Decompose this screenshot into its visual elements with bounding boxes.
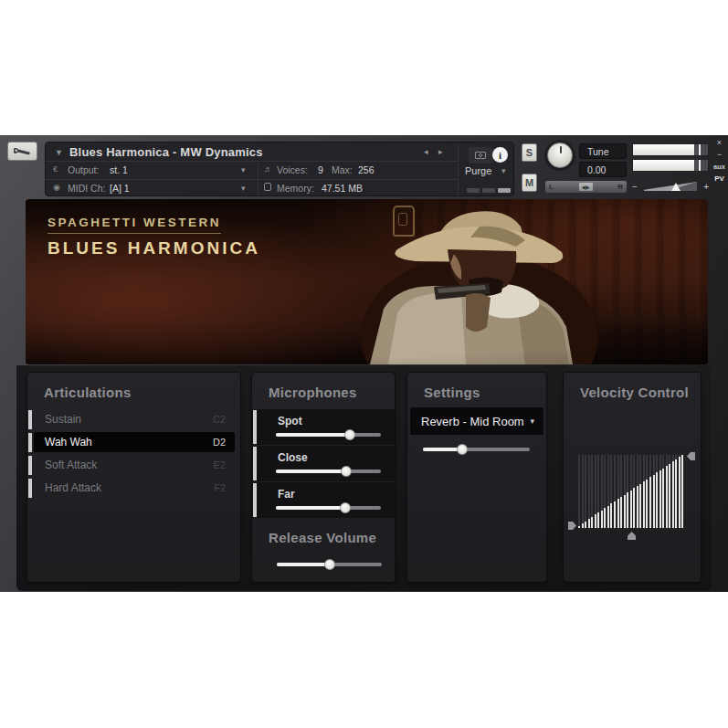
divider [258, 163, 258, 195]
tune-value-box[interactable]: 0.00 [579, 162, 627, 177]
velocity-bar [643, 481, 645, 528]
pan-center-marker[interactable]: ◂|▸ [579, 183, 593, 191]
purge-caret-icon[interactable]: ▾ [501, 166, 506, 175]
slider-knob[interactable] [340, 502, 351, 513]
info-button[interactable]: i [492, 147, 508, 163]
meter-left [632, 143, 709, 156]
release-volume-slider[interactable] [277, 558, 382, 570]
reverb-dropdown-value: Reverb - Mid Room [421, 415, 524, 428]
mic-label: Spot [278, 415, 302, 427]
articulation-label: Hard Attack [45, 481, 101, 494]
mic-indicator-bar [253, 447, 257, 480]
instrument-menu-caret-icon[interactable]: ▼ [55, 148, 63, 157]
max-voices-label: Max: [332, 164, 353, 175]
midi-row: ◉ MIDI Ch: [A] 1 ▾ Memory: 47.51 MB [46, 179, 513, 197]
slider-knob[interactable] [457, 444, 468, 455]
velocity-curve-graph[interactable] [578, 455, 685, 528]
info-icon: i [499, 150, 501, 161]
purge-button[interactable]: Purge [465, 165, 491, 176]
velocity-grid-line [582, 455, 584, 528]
snapshot-camera-button[interactable] [469, 147, 492, 164]
performance-view-button[interactable]: PV [711, 173, 728, 185]
velocity-bar [578, 526, 580, 528]
velocity-bar [637, 486, 638, 528]
settings-title: Settings [424, 385, 480, 400]
purge-led [467, 188, 480, 193]
velocity-bar [681, 455, 683, 528]
camera-icon [475, 152, 486, 159]
far-mic-slider[interactable] [276, 501, 381, 513]
velocity-bar [646, 480, 648, 528]
close-mic-slider[interactable] [276, 465, 381, 477]
articulation-keyswitch: D2 [213, 437, 226, 448]
velocity-bar [597, 512, 599, 528]
velocity-handle-bottom[interactable] [628, 532, 636, 540]
velocity-handle-left[interactable] [568, 522, 576, 530]
velocity-grid-line [578, 455, 580, 528]
articulation-label: Soft Attack [45, 459, 97, 471]
velocity-bar [662, 469, 664, 528]
articulation-row-sustain[interactable]: SustainC2 [27, 409, 240, 430]
keyswitch-indicator-bar [28, 410, 32, 429]
title-row: ▼ Blues Harmonica - MW Dynamics ◂ ▸ [46, 142, 513, 161]
keyswitch-indicator-bar [28, 456, 32, 475]
velocity-handle-right[interactable] [687, 452, 695, 460]
voices-icon: ♬ [264, 164, 272, 174]
aux-button[interactable]: aux [711, 161, 728, 173]
slider-knob[interactable] [341, 466, 352, 477]
pan-slider[interactable]: L ◂|▸ R [545, 181, 627, 193]
output-label: Output: [68, 164, 99, 175]
memory-label: Memory: [277, 183, 314, 194]
instrument-artwork: SPAGHETTI WESTERN BLUES HARMONICA [26, 199, 708, 364]
series-title: SPAGHETTI WESTERN [47, 216, 221, 234]
articulation-row-wah-wah[interactable]: Wah WahD2 [27, 432, 240, 453]
velocity-bar [672, 461, 674, 528]
knob-pointer [560, 146, 562, 153]
velocity-bar [610, 503, 612, 528]
pan-left-label: L [549, 183, 554, 191]
kontakt-window: ▼ Blues Harmonica - MW Dynamics ◂ ▸ € Ou… [0, 0, 728, 728]
keyswitch-indicator-bar [28, 433, 32, 452]
velocity-bar [585, 522, 586, 528]
tune-label: Tune [587, 146, 609, 157]
velocity-bar [624, 495, 626, 528]
mute-button[interactable]: M [522, 174, 537, 192]
output-icon: € [53, 164, 58, 174]
tune-value: 0.00 [587, 164, 606, 175]
next-instrument-icon[interactable]: ▸ [438, 147, 443, 156]
solo-button[interactable]: S [522, 143, 537, 162]
mic-channel-close: Close [252, 446, 395, 481]
close-button[interactable]: × [711, 137, 728, 149]
output-dropdown-caret-icon[interactable]: ▾ [241, 165, 246, 174]
mic-channel-far: Far [252, 482, 395, 518]
tune-knob[interactable] [547, 142, 573, 168]
instrument-rack: ▼ Blues Harmonica - MW Dynamics ◂ ▸ € Ou… [0, 135, 728, 592]
purge-led [482, 188, 495, 193]
reverb-amount-slider[interactable] [423, 443, 530, 455]
midi-dropdown-caret-icon[interactable]: ▾ [241, 184, 246, 193]
artwork-titles: SPAGHETTI WESTERN BLUES HARMONICA [47, 214, 260, 258]
slider-knob[interactable] [344, 429, 355, 440]
max-voices-value: 256 [358, 164, 375, 175]
volume-slider[interactable]: − + [632, 181, 709, 193]
velocity-bar [588, 519, 590, 528]
instrument-title[interactable]: Blues Harmonica - MW Dynamics [69, 145, 263, 159]
voices-value: 9 [318, 164, 323, 175]
reverb-dropdown[interactable]: Reverb - Mid Room ▾ [410, 407, 543, 435]
mic-label: Far [278, 488, 295, 501]
slider-knob[interactable] [324, 559, 335, 570]
release-volume-title: Release Volume [269, 530, 376, 545]
edit-instrument-button[interactable] [7, 142, 37, 161]
prev-instrument-icon[interactable]: ◂ [424, 147, 428, 156]
mic-indicator-bar [253, 483, 257, 517]
pan-right-label: R [617, 183, 623, 191]
spot-mic-slider[interactable] [276, 428, 381, 440]
velocity-bar [653, 475, 655, 528]
minimize-button[interactable]: − [711, 149, 728, 161]
output-value[interactable]: st. 1 [110, 164, 128, 175]
articulation-row-soft-attack[interactable]: Soft AttackE2 [27, 455, 240, 476]
volume-wedge[interactable] [644, 182, 697, 192]
articulation-row-hard-attack[interactable]: Hard AttackF2 [27, 478, 240, 499]
velocity-bar [679, 457, 681, 528]
midi-channel-value[interactable]: [A] 1 [110, 183, 130, 194]
